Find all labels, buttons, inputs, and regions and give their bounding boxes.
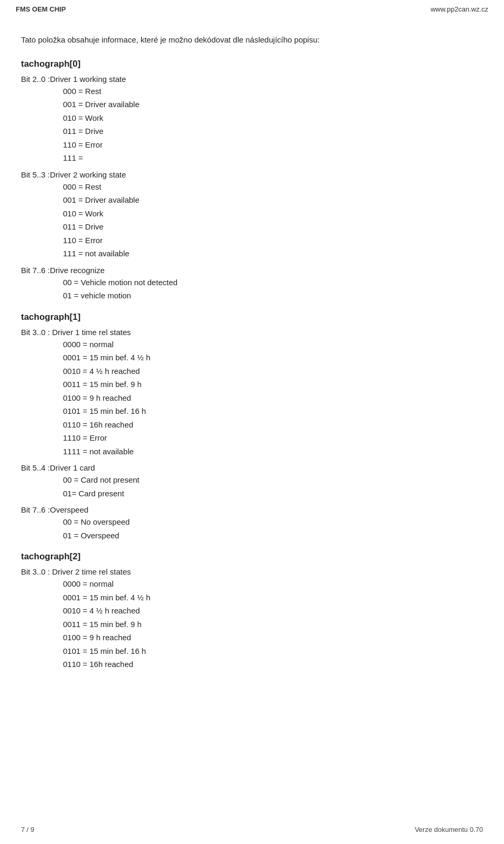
bit-value-item: 01 = Overspeed [63,529,483,543]
section-tachograph1: tachograph[1]Bit 3..0 : Driver 1 time re… [21,312,483,543]
bit-values-tachograph0-0: 000 = Rest001 = Driver available010 = Wo… [63,85,483,165]
bit-value-item: 00 = Vehicle motion not detected [63,276,483,289]
section-heading-tachograph0: tachograph[0] [21,59,483,69]
header-left: FMS OEM CHIP [16,5,66,13]
sections-container: tachograph[0]Bit 2..0 :Driver 1 working … [21,59,483,671]
bit-value-item: 000 = Rest [63,180,483,194]
bit-value-item: 00 = Card not present [63,473,483,487]
bit-value-item: 0110 = 16h reached [63,418,483,432]
bit-value-item: 001 = Driver available [63,98,483,111]
bit-values-tachograph0-2: 00 = Vehicle motion not detected01 = veh… [63,276,483,303]
bit-value-item: 1111 = not available [63,445,483,459]
footer-page: 7 / 9 [21,826,34,833]
header-right: www.pp2can.wz.cz [430,5,488,13]
section-tachograph0: tachograph[0]Bit 2..0 :Driver 1 working … [21,59,483,303]
bit-value-item: 111 = not available [63,247,483,261]
intro-text: Tato položka obsahuje informace, které j… [21,34,483,46]
bit-value-item: 000 = Rest [63,85,483,98]
main-content: Tato položka obsahuje informace, které j… [0,18,504,703]
bit-values-tachograph1-1: 00 = Card not present01= Card present [63,473,483,500]
bit-value-item: 01= Card present [63,487,483,501]
bit-value-item: 0100 = 9 h reached [63,631,483,644]
bit-value-item: 0001 = 15 min bef. 4 ½ h [63,351,483,364]
page-header: FMS OEM CHIP www.pp2can.wz.cz [0,0,504,18]
section-heading-tachograph1: tachograph[1] [21,312,483,322]
bit-value-item: 011 = Drive [63,220,483,234]
bit-heading-tachograph1-0: Bit 3..0 : Driver 1 time rel states [21,328,483,337]
bit-value-item: 0101 = 15 min bef. 16 h [63,644,483,658]
bit-value-item: 0000 = normal [63,577,483,591]
bit-value-item: 00 = No overspeed [63,515,483,529]
bit-values-tachograph2-0: 0000 = normal0001 = 15 min bef. 4 ½ h001… [63,577,483,671]
section-heading-tachograph2: tachograph[2] [21,551,483,562]
bit-value-item: 0000 = normal [63,338,483,351]
bit-heading-tachograph0-1: Bit 5..3 :Driver 2 working state [21,170,483,179]
bit-value-item: 110 = Error [63,234,483,247]
page-footer: 7 / 9 Verze dokumentu 0.70 [0,826,504,833]
bit-value-item: 010 = Work [63,207,483,221]
bit-value-item: 111 = [63,151,483,165]
bit-value-item: 110 = Error [63,138,483,152]
bit-values-tachograph0-1: 000 = Rest001 = Driver available010 = Wo… [63,180,483,261]
bit-heading-tachograph0-2: Bit 7..6 :Drive recognize [21,266,483,275]
bit-value-item: 0011 = 15 min bef. 9 h [63,618,483,631]
bit-value-item: 0110 = 16h reached [63,658,483,671]
bit-heading-tachograph1-1: Bit 5..4 :Driver 1 card [21,463,483,472]
bit-value-item: 0010 = 4 ½ h reached [63,364,483,378]
bit-heading-tachograph2-0: Bit 3..0 : Driver 2 time rel states [21,567,483,576]
bit-value-item: 0001 = 15 min bef. 4 ½ h [63,591,483,605]
bit-value-item: 0100 = 9 h reached [63,391,483,405]
bit-value-item: 010 = Work [63,111,483,125]
bit-heading-tachograph0-0: Bit 2..0 :Driver 1 working state [21,75,483,84]
bit-heading-tachograph1-2: Bit 7..6 :Overspeed [21,505,483,514]
bit-value-item: 001 = Driver available [63,193,483,207]
section-tachograph2: tachograph[2]Bit 3..0 : Driver 2 time re… [21,551,483,671]
footer-version: Verze dokumentu 0.70 [415,826,483,833]
bit-values-tachograph1-0: 0000 = normal0001 = 15 min bef. 4 ½ h001… [63,338,483,459]
bit-value-item: 0011 = 15 min bef. 9 h [63,378,483,391]
bit-value-item: 0101 = 15 min bef. 16 h [63,404,483,418]
bit-value-item: 01 = vehicle motion [63,289,483,303]
bit-values-tachograph1-2: 00 = No overspeed01 = Overspeed [63,515,483,542]
bit-value-item: 1110 = Error [63,431,483,445]
bit-value-item: 011 = Drive [63,124,483,138]
bit-value-item: 0010 = 4 ½ h reached [63,604,483,618]
